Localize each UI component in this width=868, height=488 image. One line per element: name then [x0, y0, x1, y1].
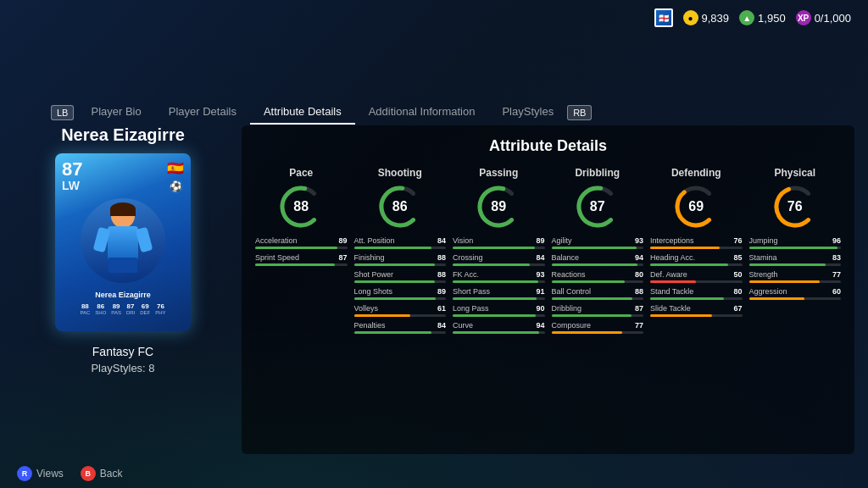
stat-value: 77 [832, 270, 841, 279]
stat-value: 77 [635, 321, 643, 330]
stat-bar [552, 247, 644, 249]
stat-bar-fill [552, 247, 637, 249]
stat-label: Heading Acc. [650, 253, 695, 262]
stat-label-val: Ball Control88 [552, 287, 644, 296]
stat-bar-fill [354, 331, 431, 334]
card-stats-row: 88 PAC 86 SHO 89 PAS 87 DRI 69 DEF 76 PH… [80, 302, 165, 315]
stat-value: 80 [733, 287, 742, 296]
stat-row: Jumping96 [749, 236, 842, 249]
stat-bar [453, 280, 545, 283]
stat-row: Heading Acc.85 [650, 253, 743, 266]
stat-label: Short Pass [453, 287, 490, 296]
stat-row: Reactions80 [552, 270, 644, 283]
tab-player-details[interactable]: Player Details [155, 100, 250, 125]
back-button[interactable]: B Back [81, 466, 123, 481]
stat-bar-fill [552, 297, 632, 300]
stat-bar-fill [650, 263, 728, 266]
fp-item: ▲ 1,950 [739, 10, 786, 25]
lb-trigger[interactable]: LB [51, 105, 74, 120]
stat-bar-fill [255, 263, 335, 266]
stat-value: 87 [635, 304, 643, 313]
stat-bar [453, 247, 545, 249]
stat-value: 88 [437, 253, 446, 262]
rb-trigger[interactable]: RB [567, 105, 592, 120]
stat-value: 85 [733, 253, 742, 262]
stat-bar-fill [354, 280, 435, 283]
attr-col-physical: Physical 76Jumping96Stamina83Strength77A… [749, 167, 842, 338]
tab-player-bio[interactable]: Player Bio [77, 100, 154, 125]
stat-bar-fill [453, 280, 538, 283]
xp-value: 0/1,000 [815, 12, 851, 25]
stat-value: 76 [733, 236, 742, 245]
attr-panel-title: Attribute Details [255, 137, 841, 155]
stat-bar-fill [552, 280, 626, 283]
fifa-points-icon: ▲ [739, 10, 754, 25]
stat-value: 50 [733, 270, 742, 279]
stat-value: 84 [536, 253, 544, 262]
stat-bar [255, 263, 348, 266]
stat-bar-fill [650, 297, 724, 300]
card-stat-pac: 88 PAC [80, 302, 90, 315]
stat-label: Ball Control [552, 287, 592, 296]
stat-bar [749, 247, 842, 249]
stat-row: Composure77 [552, 321, 644, 334]
stat-bar-fill [650, 280, 696, 283]
stat-label-val: Vision89 [453, 236, 545, 245]
tab-additional-info[interactable]: Additional Information [355, 100, 489, 125]
gauge-value: 69 [673, 184, 719, 230]
stat-bar [650, 314, 743, 317]
stat-value: 84 [437, 236, 446, 245]
stat-label-val: Jumping96 [749, 236, 842, 245]
stat-bar-fill [354, 314, 410, 317]
stat-label-val: Stamina83 [749, 253, 842, 262]
stat-row: Curve94 [453, 321, 545, 334]
stat-label: Long Pass [453, 304, 489, 313]
stat-label: Crossing [453, 253, 483, 262]
stat-label: Jumping [749, 236, 778, 245]
player-figure [89, 202, 157, 279]
stat-label-val: Interceptions76 [650, 236, 743, 245]
stat-bar-fill [354, 263, 435, 266]
nav-tabs: LB Player Bio Player Details Attribute D… [51, 100, 595, 125]
xp-icon: XP [796, 10, 811, 25]
attr-col-title: Defending [671, 167, 721, 179]
stat-label: Composure [552, 321, 592, 330]
stat-bar-fill [650, 247, 720, 249]
tab-attribute-details[interactable]: Attribute Details [250, 100, 355, 125]
stat-row: Ball Control88 [552, 287, 644, 300]
tab-playstyles[interactable]: PlayStyles [488, 100, 567, 125]
stat-row: Crossing84 [453, 253, 545, 266]
stat-bar-fill [354, 297, 437, 300]
attribute-details-panel: Attribute Details Pace 88Acceleration89S… [242, 125, 854, 454]
gauge-physical: 76 [772, 184, 818, 230]
stat-bar [552, 297, 644, 300]
attr-col-defending: Defending 69Interceptions76Heading Acc.8… [650, 167, 743, 338]
stat-value: 84 [437, 321, 446, 330]
stat-label-val: Acceleration89 [255, 236, 348, 245]
stat-row: Att. Position84 [354, 236, 447, 249]
stat-value: 93 [635, 236, 643, 245]
stat-bar [650, 297, 743, 300]
stat-value: 88 [437, 270, 446, 279]
stat-bar [749, 263, 842, 266]
stat-label: Interceptions [650, 236, 694, 245]
attr-col-dribbling: Dribbling 87Agility93Balance94Reactions8… [552, 167, 644, 338]
stat-row: Volleys61 [354, 304, 447, 317]
stat-value: 88 [635, 287, 643, 296]
club-name: Fantasy FC [91, 345, 154, 358]
card-player-image [81, 198, 165, 283]
stat-label-val: Short Pass91 [453, 287, 545, 296]
xp-item: XP 0/1,000 [796, 10, 851, 25]
card-stat-def: 69 DEF [140, 302, 150, 315]
coins-item: ● 9,839 [683, 10, 730, 25]
attr-grid: Pace 88Acceleration89Sprint Speed87Shoot… [255, 167, 841, 338]
stat-row: Stand Tackle80 [650, 287, 743, 300]
gauge-value: 88 [278, 184, 324, 230]
nation-flag: 🇪🇸 [167, 160, 184, 176]
views-button[interactable]: R Views [17, 466, 64, 481]
stat-label: Balance [552, 253, 580, 262]
stat-value: 80 [635, 270, 643, 279]
stat-label: Penalties [354, 321, 386, 330]
gauge-shooting: 86 [377, 184, 423, 230]
stat-label: Shot Power [354, 270, 394, 279]
